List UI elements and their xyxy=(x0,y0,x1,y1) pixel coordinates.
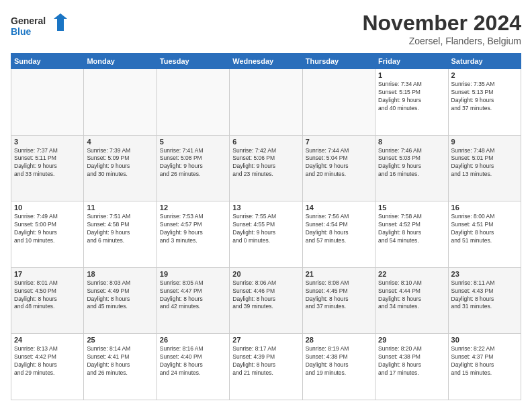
calendar-cell-w2d5: 15Sunrise: 7:58 AM Sunset: 4:52 PM Dayli… xyxy=(375,201,448,268)
calendar-row-2: 10Sunrise: 7:49 AM Sunset: 5:00 PM Dayli… xyxy=(11,201,521,268)
day-info: Sunrise: 8:16 AM Sunset: 4:40 PM Dayligh… xyxy=(160,345,226,377)
day-number: 21 xyxy=(306,270,372,278)
calendar-cell-w0d4 xyxy=(302,69,375,136)
calendar-row-4: 24Sunrise: 8:13 AM Sunset: 4:42 PM Dayli… xyxy=(11,334,521,400)
day-number: 20 xyxy=(232,270,299,278)
calendar-cell-w1d0: 3Sunrise: 7:37 AM Sunset: 5:11 PM Daylig… xyxy=(11,135,84,201)
day-info: Sunrise: 8:22 AM Sunset: 4:37 PM Dayligh… xyxy=(451,345,518,377)
day-number: 19 xyxy=(160,270,226,278)
day-number: 6 xyxy=(232,138,299,146)
header-friday: Friday xyxy=(375,54,448,69)
calendar-cell-w4d6: 30Sunrise: 8:22 AM Sunset: 4:37 PM Dayli… xyxy=(448,334,521,400)
calendar-cell-w0d1 xyxy=(84,69,157,136)
calendar-body: 1Sunrise: 7:34 AM Sunset: 5:15 PM Daylig… xyxy=(11,69,521,400)
day-number: 22 xyxy=(378,270,445,278)
calendar-cell-w4d1: 25Sunrise: 8:14 AM Sunset: 4:41 PM Dayli… xyxy=(84,334,157,400)
day-number: 9 xyxy=(451,138,518,146)
day-number: 13 xyxy=(232,203,299,212)
day-number: 17 xyxy=(14,270,81,278)
day-info: Sunrise: 7:53 AM Sunset: 4:57 PM Dayligh… xyxy=(160,213,226,245)
day-number: 3 xyxy=(14,138,81,146)
day-info: Sunrise: 8:10 AM Sunset: 4:44 PM Dayligh… xyxy=(378,279,445,312)
calendar-cell-w3d3: 20Sunrise: 8:06 AM Sunset: 4:46 PM Dayli… xyxy=(230,267,302,334)
day-number: 2 xyxy=(451,71,518,79)
svg-text:Blue: Blue xyxy=(11,26,32,37)
day-info: Sunrise: 7:46 AM Sunset: 5:03 PM Dayligh… xyxy=(378,147,445,179)
header-saturday: Saturday xyxy=(448,54,521,69)
header-tuesday: Tuesday xyxy=(157,54,229,69)
day-info: Sunrise: 8:03 AM Sunset: 4:49 PM Dayligh… xyxy=(87,279,153,312)
day-info: Sunrise: 7:35 AM Sunset: 5:13 PM Dayligh… xyxy=(451,81,518,113)
calendar-cell-w3d1: 18Sunrise: 8:03 AM Sunset: 4:49 PM Dayli… xyxy=(84,267,157,334)
weekday-header-row: Sunday Monday Tuesday Wednesday Thursday… xyxy=(11,54,521,69)
day-number: 25 xyxy=(87,336,153,344)
day-info: Sunrise: 8:00 AM Sunset: 4:51 PM Dayligh… xyxy=(451,213,518,245)
day-number: 18 xyxy=(87,270,153,278)
header-wednesday: Wednesday xyxy=(230,54,302,69)
title-block: November 2024 Zoersel, Flanders, Belgium xyxy=(362,11,521,46)
calendar-cell-w1d5: 8Sunrise: 7:46 AM Sunset: 5:03 PM Daylig… xyxy=(375,135,448,201)
day-number: 12 xyxy=(160,203,226,212)
calendar-cell-w2d4: 14Sunrise: 7:56 AM Sunset: 4:54 PM Dayli… xyxy=(302,201,375,268)
calendar-cell-w2d3: 13Sunrise: 7:55 AM Sunset: 4:55 PM Dayli… xyxy=(230,201,302,268)
day-number: 30 xyxy=(451,336,518,344)
calendar-cell-w1d3: 6Sunrise: 7:42 AM Sunset: 5:06 PM Daylig… xyxy=(230,135,302,201)
day-number: 4 xyxy=(87,138,153,146)
day-number: 8 xyxy=(378,138,445,146)
logo: General Blue xyxy=(11,11,71,43)
calendar-cell-w0d6: 2Sunrise: 7:35 AM Sunset: 5:13 PM Daylig… xyxy=(448,69,521,136)
day-info: Sunrise: 8:13 AM Sunset: 4:42 PM Dayligh… xyxy=(14,345,81,377)
day-info: Sunrise: 7:49 AM Sunset: 5:00 PM Dayligh… xyxy=(14,213,81,245)
day-info: Sunrise: 8:01 AM Sunset: 4:50 PM Dayligh… xyxy=(14,279,81,312)
day-info: Sunrise: 7:39 AM Sunset: 5:09 PM Dayligh… xyxy=(87,147,153,179)
day-info: Sunrise: 8:19 AM Sunset: 4:38 PM Dayligh… xyxy=(306,345,372,377)
month-title: November 2024 xyxy=(362,11,521,36)
calendar-cell-w1d2: 5Sunrise: 7:41 AM Sunset: 5:08 PM Daylig… xyxy=(157,135,229,201)
day-number: 14 xyxy=(306,203,372,212)
header: General Blue November 2024 Zoersel, Flan… xyxy=(11,11,521,46)
calendar-table: Sunday Monday Tuesday Wednesday Thursday… xyxy=(11,53,521,400)
day-number: 24 xyxy=(14,336,81,344)
day-info: Sunrise: 7:55 AM Sunset: 4:55 PM Dayligh… xyxy=(232,213,299,245)
calendar-cell-w2d6: 16Sunrise: 8:00 AM Sunset: 4:51 PM Dayli… xyxy=(448,201,521,268)
calendar-cell-w0d0 xyxy=(11,69,84,136)
day-info: Sunrise: 7:58 AM Sunset: 4:52 PM Dayligh… xyxy=(378,213,445,245)
calendar-cell-w0d2 xyxy=(157,69,229,136)
calendar-cell-w1d4: 7Sunrise: 7:44 AM Sunset: 5:04 PM Daylig… xyxy=(302,135,375,201)
day-info: Sunrise: 7:56 AM Sunset: 4:54 PM Dayligh… xyxy=(306,213,372,245)
calendar-row-0: 1Sunrise: 7:34 AM Sunset: 5:15 PM Daylig… xyxy=(11,69,521,136)
calendar-cell-w2d1: 11Sunrise: 7:51 AM Sunset: 4:58 PM Dayli… xyxy=(84,201,157,268)
day-info: Sunrise: 7:48 AM Sunset: 5:01 PM Dayligh… xyxy=(451,147,518,179)
day-number: 7 xyxy=(306,138,372,146)
day-info: Sunrise: 7:37 AM Sunset: 5:11 PM Dayligh… xyxy=(14,147,81,179)
header-thursday: Thursday xyxy=(302,54,375,69)
day-number: 23 xyxy=(451,270,518,278)
location: Zoersel, Flanders, Belgium xyxy=(362,36,521,46)
day-info: Sunrise: 8:11 AM Sunset: 4:43 PM Dayligh… xyxy=(451,279,518,312)
calendar-row-1: 3Sunrise: 7:37 AM Sunset: 5:11 PM Daylig… xyxy=(11,135,521,201)
calendar-cell-w0d3 xyxy=(230,69,302,136)
header-monday: Monday xyxy=(84,54,157,69)
day-number: 10 xyxy=(14,203,81,212)
page: General Blue November 2024 Zoersel, Flan… xyxy=(0,0,532,411)
svg-text:General: General xyxy=(11,15,46,26)
calendar-cell-w4d4: 28Sunrise: 8:19 AM Sunset: 4:38 PM Dayli… xyxy=(302,334,375,400)
day-info: Sunrise: 8:17 AM Sunset: 4:39 PM Dayligh… xyxy=(232,345,299,377)
day-number: 26 xyxy=(160,336,226,344)
day-number: 15 xyxy=(378,203,445,212)
calendar-cell-w1d6: 9Sunrise: 7:48 AM Sunset: 5:01 PM Daylig… xyxy=(448,135,521,201)
day-info: Sunrise: 7:44 AM Sunset: 5:04 PM Dayligh… xyxy=(306,147,372,179)
calendar-cell-w3d2: 19Sunrise: 8:05 AM Sunset: 4:47 PM Dayli… xyxy=(157,267,229,334)
day-number: 29 xyxy=(378,336,445,344)
day-info: Sunrise: 8:05 AM Sunset: 4:47 PM Dayligh… xyxy=(160,279,226,312)
svg-marker-2 xyxy=(54,13,67,31)
day-number: 28 xyxy=(306,336,372,344)
calendar-cell-w3d6: 23Sunrise: 8:11 AM Sunset: 4:43 PM Dayli… xyxy=(448,267,521,334)
calendar-cell-w1d1: 4Sunrise: 7:39 AM Sunset: 5:09 PM Daylig… xyxy=(84,135,157,201)
calendar-row-3: 17Sunrise: 8:01 AM Sunset: 4:50 PM Dayli… xyxy=(11,267,521,334)
calendar-cell-w4d2: 26Sunrise: 8:16 AM Sunset: 4:40 PM Dayli… xyxy=(157,334,229,400)
day-info: Sunrise: 7:34 AM Sunset: 5:15 PM Dayligh… xyxy=(378,81,445,113)
day-number: 16 xyxy=(451,203,518,212)
calendar-header: Sunday Monday Tuesday Wednesday Thursday… xyxy=(11,54,521,69)
calendar-cell-w3d0: 17Sunrise: 8:01 AM Sunset: 4:50 PM Dayli… xyxy=(11,267,84,334)
